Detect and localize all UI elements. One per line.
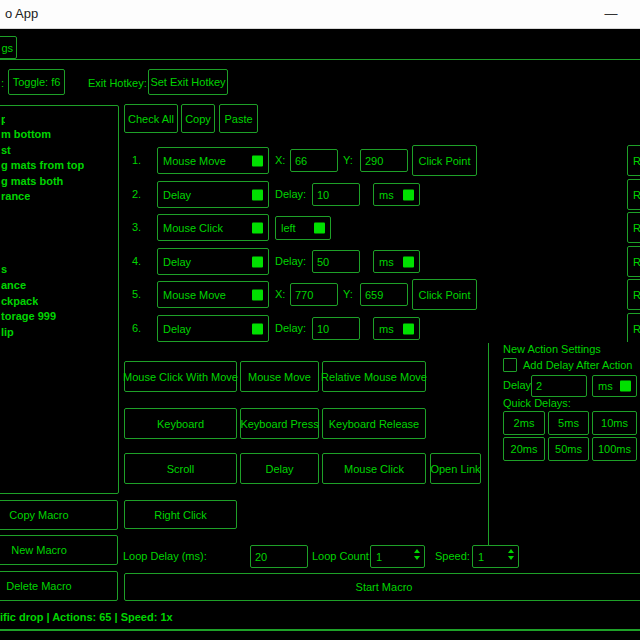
stepper-arrows[interactable] bbox=[414, 549, 420, 560]
speed-stepper[interactable]: 1 bbox=[472, 545, 519, 568]
action-x-input[interactable] bbox=[290, 149, 338, 172]
click-point-button[interactable]: Click Point bbox=[412, 145, 477, 176]
remove-action-button[interactable]: R bbox=[627, 313, 640, 342]
macro-list[interactable]: p m bottom st g mats from top g mats bot… bbox=[0, 105, 119, 494]
macro-list-item[interactable]: rance bbox=[1, 189, 30, 204]
action-index: 4. bbox=[132, 255, 141, 267]
remove-action-button[interactable]: R bbox=[627, 279, 640, 310]
click-point-button[interactable]: Click Point bbox=[412, 279, 477, 310]
action-type-dropdown[interactable]: Mouse Move bbox=[157, 281, 269, 308]
action-index: 2. bbox=[132, 188, 141, 200]
macro-list-item[interactable]: ckpack bbox=[1, 294, 38, 309]
action-type-dropdown[interactable]: Mouse Move bbox=[157, 147, 269, 174]
macro-list-item[interactable]: g mats from top bbox=[1, 158, 84, 173]
settings-menu-button[interactable]: gs bbox=[0, 36, 17, 59]
toggle-hotkey-button[interactable]: Toggle: f6 bbox=[8, 69, 65, 95]
action-type-dropdown[interactable]: Delay bbox=[157, 248, 269, 275]
spin-up-icon[interactable] bbox=[414, 549, 420, 553]
add-keyboard-press-button[interactable]: Keyboard Press bbox=[240, 408, 319, 439]
action-type-dropdown[interactable]: Delay bbox=[157, 315, 269, 342]
quick-delay-5ms-button[interactable]: 5ms bbox=[548, 411, 589, 435]
copy-macro-button[interactable]: Copy Macro bbox=[0, 500, 118, 530]
new-action-delay-input[interactable] bbox=[531, 375, 587, 397]
spin-up-icon[interactable] bbox=[508, 549, 514, 553]
action-y-input[interactable] bbox=[360, 149, 408, 172]
macro-list-item[interactable]: p bbox=[1, 112, 5, 127]
new-macro-button[interactable]: New Macro bbox=[0, 535, 118, 565]
loop-delay-input[interactable] bbox=[250, 545, 308, 568]
dropdown-indicator-icon bbox=[252, 155, 263, 166]
copy-button[interactable]: Copy bbox=[181, 104, 215, 133]
remove-action-button[interactable]: R bbox=[627, 179, 640, 210]
start-macro-button[interactable]: Start Macro bbox=[124, 573, 640, 601]
delay-unit-value: ms bbox=[379, 189, 394, 201]
dropdown-indicator-icon bbox=[252, 189, 263, 200]
macro-list-item[interactable]: st bbox=[1, 143, 11, 158]
quick-delay-2ms-button[interactable]: 2ms bbox=[503, 411, 545, 435]
new-action-delay-unit-dropdown[interactable]: ms bbox=[592, 375, 637, 397]
add-delay-after-action-checkbox[interactable] bbox=[503, 358, 517, 372]
delete-macro-button[interactable]: Delete Macro bbox=[0, 571, 118, 601]
add-relative-mouse-move-button[interactable]: Relative Mouse Move bbox=[322, 361, 426, 392]
action-type-dropdown[interactable]: Mouse Click bbox=[157, 214, 269, 241]
dropdown-indicator-icon bbox=[314, 223, 325, 234]
action-index: 6. bbox=[132, 322, 141, 334]
quick-delay-10ms-button[interactable]: 10ms bbox=[592, 411, 637, 435]
add-delay-button[interactable]: Delay bbox=[240, 453, 319, 484]
loop-count-stepper[interactable]: 1 bbox=[370, 545, 425, 568]
quick-delay-100ms-button[interactable]: 100ms bbox=[592, 437, 637, 461]
action-row: 2. Delay Delay: ms R bbox=[120, 181, 640, 208]
minimize-button[interactable]: — bbox=[594, 0, 628, 27]
check-all-button[interactable]: Check All bbox=[124, 104, 178, 133]
add-mouse-click-button[interactable]: Mouse Click bbox=[322, 453, 426, 484]
x-label: X: bbox=[275, 288, 285, 300]
app-window: o App — gs : Toggle: f6 Exit Hotkey: Set… bbox=[0, 0, 640, 640]
action-type-value: Mouse Move bbox=[163, 289, 226, 301]
add-mouse-click-with-move-button[interactable]: Mouse Click With Move bbox=[124, 361, 237, 392]
action-type-value: Delay bbox=[163, 323, 191, 335]
actions-list: 1. Mouse Move X: Y: Click Point R 2. Del… bbox=[120, 140, 640, 342]
mouse-button-value: left bbox=[281, 222, 296, 234]
delay-unit-dropdown[interactable]: ms bbox=[373, 317, 420, 340]
dropdown-indicator-icon bbox=[252, 222, 263, 233]
macro-list-item[interactable]: s bbox=[1, 262, 7, 277]
macro-list-item[interactable]: lip bbox=[1, 325, 14, 340]
add-keyboard-button[interactable]: Keyboard bbox=[124, 408, 237, 439]
dropdown-indicator-icon bbox=[403, 323, 414, 334]
remove-action-button[interactable]: R bbox=[627, 246, 640, 277]
mouse-button-dropdown[interactable]: left bbox=[275, 216, 331, 240]
new-action-delay-unit-value: ms bbox=[598, 380, 613, 392]
action-x-input[interactable] bbox=[290, 283, 338, 306]
macro-list-item[interactable]: m bottom bbox=[1, 127, 51, 142]
add-mouse-move-button[interactable]: Mouse Move bbox=[240, 361, 319, 392]
add-keyboard-release-button[interactable]: Keyboard Release bbox=[322, 408, 426, 439]
delay-value-input[interactable] bbox=[312, 317, 360, 340]
quick-delay-20ms-button[interactable]: 20ms bbox=[503, 437, 545, 461]
add-open-link-button[interactable]: Open Link bbox=[430, 453, 481, 484]
delay-unit-dropdown[interactable]: ms bbox=[373, 183, 420, 206]
add-delay-after-action-label: Add Delay After Action bbox=[523, 359, 632, 371]
paste-button[interactable]: Paste bbox=[219, 104, 258, 133]
spin-down-icon[interactable] bbox=[414, 556, 420, 560]
delay-unit-value: ms bbox=[379, 323, 394, 335]
delay-value-input[interactable] bbox=[312, 250, 360, 273]
delay-label: Delay: bbox=[275, 188, 306, 200]
remove-action-button[interactable]: R bbox=[627, 145, 640, 176]
delay-unit-dropdown[interactable]: ms bbox=[373, 250, 420, 273]
new-action-settings-border bbox=[488, 343, 489, 545]
macro-list-item[interactable]: g mats both bbox=[1, 174, 63, 189]
delay-value-input[interactable] bbox=[312, 183, 360, 206]
macro-list-item[interactable]: torage 999 bbox=[1, 309, 56, 324]
quick-delay-50ms-button[interactable]: 50ms bbox=[548, 437, 589, 461]
macro-list-item[interactable]: ance bbox=[1, 278, 26, 293]
stepper-arrows[interactable] bbox=[508, 549, 514, 560]
action-type-value: Mouse Click bbox=[163, 222, 223, 234]
spin-down-icon[interactable] bbox=[508, 556, 514, 560]
set-exit-hotkey-button[interactable]: Set Exit Hotkey bbox=[148, 69, 228, 95]
menu-divider bbox=[0, 59, 640, 60]
add-right-click-button[interactable]: Right Click bbox=[124, 500, 237, 529]
action-type-dropdown[interactable]: Delay bbox=[157, 181, 269, 208]
remove-action-button[interactable]: R bbox=[627, 212, 640, 243]
action-y-input[interactable] bbox=[360, 283, 408, 306]
add-scroll-button[interactable]: Scroll bbox=[124, 453, 237, 484]
